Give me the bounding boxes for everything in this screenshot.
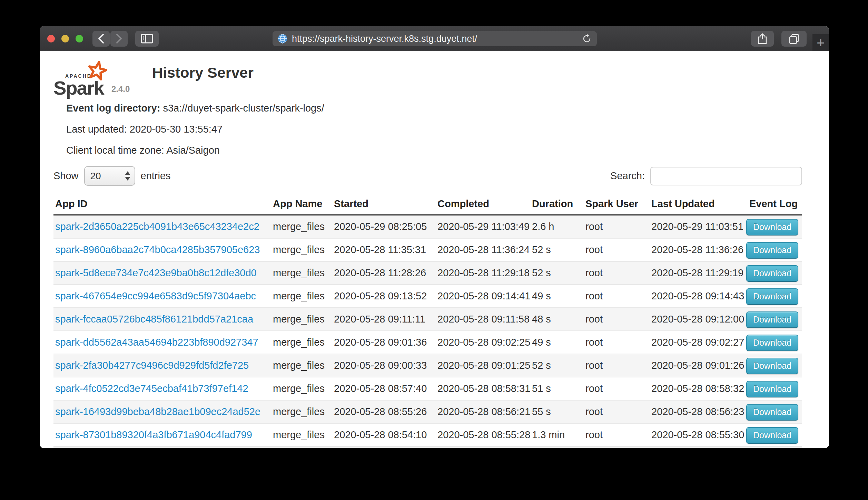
chevron-right-icon [115,33,123,44]
started-cell: 2020-05-29 08:25:05 [332,215,436,239]
globe-icon [277,33,288,44]
app-name-cell: merge_files [271,423,332,446]
spark-user-cell: root [584,423,650,446]
table-header-row: App ID App Name Started Completed Durati… [53,191,802,215]
app-id-link[interactable]: spark-2fa30b4277c9496c9d929fd5fd2fe725 [55,360,249,371]
column-header-duration[interactable]: Duration [530,191,584,215]
app-name-cell: merge_files [271,331,332,354]
spark-user-cell: root [584,400,650,423]
app-id-link[interactable]: spark-dd5562a43aa54694b223bf890d927347 [55,337,258,348]
spark-user-cell: root [584,308,650,331]
table-controls: Show 20 entries Search: [53,166,802,186]
browser-window: https://spark-history-server.k8s.stg.duy… [40,26,829,448]
app-name-cell: merge_files [271,285,332,308]
show-all-tabs-button[interactable] [781,31,807,47]
url-text[interactable]: https://spark-history-server.k8s.stg.duy… [292,33,578,44]
started-cell: 2020-05-28 08:44:42 [332,446,436,448]
last-updated-cell: 2020-05-28 08:56:23 [650,400,746,423]
download-button[interactable]: Download [746,242,798,259]
download-button[interactable]: Download [746,265,798,282]
timezone-line: Client local time zone: Asia/Saigon [66,145,829,155]
table-row: spark-16493d99beba48b28ae1b09ec24ad52e m… [53,400,802,423]
spark-user-cell: root [584,238,650,261]
share-button[interactable] [751,31,774,47]
column-header-started[interactable]: Started [332,191,436,215]
app-name-cell: merge_files [271,446,332,448]
column-header-event-log[interactable]: Event Log [746,191,802,215]
duration-cell: 52 s [530,261,584,285]
started-cell: 2020-05-28 08:55:26 [332,400,436,423]
table-row: spark-5d8ece734e7c423e9ba0b8c12dfe30d0 m… [53,261,802,285]
show-label: Show [53,170,79,182]
reload-icon[interactable] [582,33,592,44]
download-button[interactable]: Download [746,427,798,444]
entries-select[interactable]: 20 [84,166,135,186]
column-header-app-name[interactable]: App Name [271,191,332,215]
download-button[interactable]: Download [746,358,798,374]
download-button[interactable]: Download [746,288,798,305]
traffic-lights [47,35,83,42]
fullscreen-window-button[interactable] [76,35,83,42]
app-id-link[interactable]: spark-467654e9cc994e6583d9c5f97304aebc [55,290,256,301]
spark-logo[interactable]: APACHE Spark 2.4.0 [53,59,140,95]
started-cell: 2020-05-28 11:35:31 [332,238,436,261]
download-button[interactable]: Download [746,335,798,351]
app-id-link[interactable]: spark-5d8ece734e7c423e9ba0b8c12dfe30d0 [55,267,257,278]
app-id-link[interactable]: spark-4fc0522cd3e745ecbaf41b73f97ef142 [55,383,248,394]
last-updated-line: Last updated: 2020-05-30 13:55:47 [66,124,829,134]
app-id-link[interactable]: spark-2d3650a225cb4091b43e65c43234e2c2 [55,221,259,232]
show-entries-control: Show 20 entries [53,166,171,186]
column-header-last-updated[interactable]: Last Updated [650,191,746,215]
column-header-completed[interactable]: Completed [436,191,530,215]
app-name-cell: merge_files [271,215,332,239]
forward-button[interactable] [110,31,128,47]
search-control: Search: [610,167,802,185]
table-row: spark-467654e9cc994e6583d9c5f97304aebc m… [53,285,802,308]
table-body: spark-2d3650a225cb4091b43e65c43234e2c2 m… [53,215,802,448]
table-row: spark-2fa30b4277c9496c9d929fd5fd2fe725 m… [53,354,802,377]
last-updated-cell: 2020-05-28 08:55:30 [650,423,746,446]
started-cell: 2020-05-28 09:00:33 [332,354,436,377]
last-updated-cell: 2020-05-28 09:02:27 [650,331,746,354]
address-bar[interactable]: https://spark-history-server.k8s.stg.duy… [273,31,597,46]
download-button[interactable]: Download [746,404,798,421]
last-updated-cell: 2020-05-28 09:12:00 [650,308,746,331]
app-id-link[interactable]: spark-8960a6baa2c74b0ca4285b357905e623 [55,244,260,255]
event-log-directory-line: Event log directory: s3a://duyet-spark-c… [66,103,829,113]
completed-cell: 2020-05-28 09:11:58 [436,308,530,331]
completed-cell: 2020-05-28 08:56:21 [436,400,530,423]
header-row: APACHE Spark 2.4.0 History Server [53,59,829,95]
download-button[interactable]: Download [746,381,798,397]
table-row: spark-dd5562a43aa54694b223bf890d927347 m… [53,331,802,354]
app-id-link[interactable]: spark-87301b89320f4a3fb671a904c4fad799 [55,429,252,440]
app-name-cell: merge_files [271,238,332,261]
started-cell: 2020-05-28 09:13:52 [332,285,436,308]
download-button[interactable]: Download [746,219,798,235]
app-name-cell: merge_files [271,308,332,331]
close-window-button[interactable] [47,35,55,42]
column-header-app-id[interactable]: App ID [53,191,271,215]
search-input[interactable] [650,167,802,185]
download-button[interactable]: Download [746,311,798,328]
last-updated-cell: 2020-05-29 11:03:51 [650,215,746,239]
completed-cell: 2020-05-28 08:55:28 [436,423,530,446]
duration-cell: 49 s [530,331,584,354]
page-title: History Server [152,64,254,81]
column-header-spark-user[interactable]: Spark User [584,191,650,215]
app-name-cell: merge_files [271,261,332,285]
table-row: spark-87301b89320f4a3fb671a904c4fad799 m… [53,423,802,446]
spark-user-cell: root [584,215,650,239]
sidebar-toggle-button[interactable] [135,31,159,47]
sidebar-icon [141,33,153,44]
spark-star-icon [87,60,108,81]
app-id-link[interactable]: spark-fccaa05726bc485f86121bdd57a21caa [55,314,253,325]
app-name-cell: merge_files [271,400,332,423]
spark-user-cell: root [584,261,650,285]
back-button[interactable] [92,31,110,47]
duration-cell: 49 s [530,285,584,308]
app-id-link[interactable]: spark-16493d99beba48b28ae1b09ec24ad52e [55,406,260,417]
minimize-window-button[interactable] [61,35,69,42]
duration-cell: 52 s [530,238,584,261]
browser-titlebar[interactable]: https://spark-history-server.k8s.stg.duy… [40,26,829,51]
new-tab-button[interactable]: + [812,34,829,51]
